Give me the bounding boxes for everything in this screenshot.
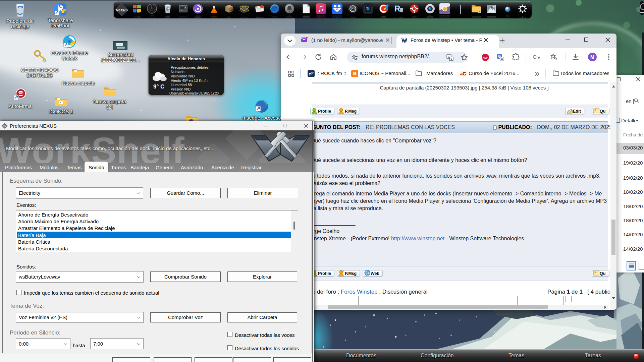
svg-text:R: R (394, 4, 400, 13)
svg-text:ABP: ABP (483, 56, 489, 59)
svg-text:♫: ♫ (342, 269, 344, 272)
svg-text:2: 2 (479, 11, 480, 13)
svg-text:“: “ (594, 109, 596, 113)
svg-text:NeXuS: NeXuS (116, 8, 128, 12)
svg-text:W: W (231, 17, 234, 18)
svg-text:R: R (394, 16, 400, 18)
svg-text:♫: ♫ (342, 107, 344, 110)
svg-text:W: W (231, 8, 234, 12)
svg-text:2: 2 (479, 15, 480, 18)
svg-text:“: “ (594, 271, 596, 275)
svg-text:C: C (463, 71, 466, 76)
